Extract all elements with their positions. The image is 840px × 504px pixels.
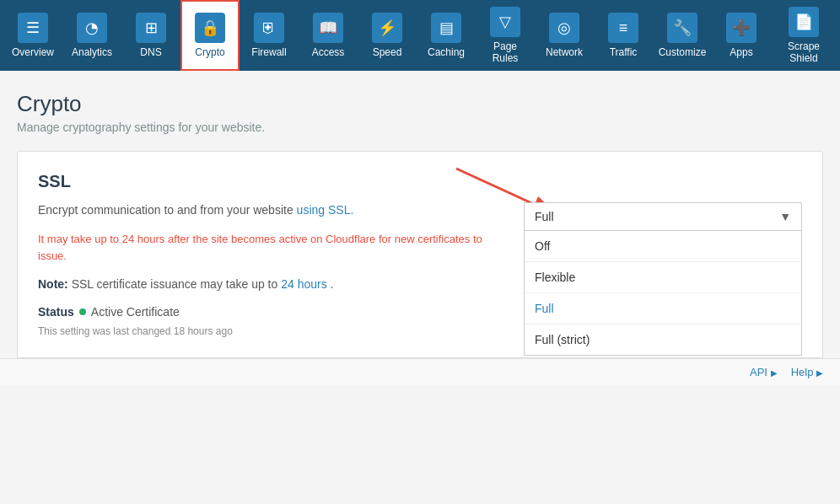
api-link[interactable]: API (750, 366, 778, 378)
nav-item-crypto[interactable]: 🔒 Crypto (180, 0, 240, 71)
nav-item-page-rules[interactable]: ▽ Page Rules (476, 0, 535, 71)
ssl-note-link[interactable]: 24 hours (281, 277, 326, 291)
nav-item-scrape-shield[interactable]: 📄 Scrape Shield (771, 0, 837, 71)
analytics-icon: ◔ (77, 13, 107, 43)
status-label: Status (38, 305, 74, 319)
nav-label-scrape-shield: Scrape Shield (779, 40, 828, 64)
nav-item-speed[interactable]: ⚡ Speed (358, 0, 417, 71)
access-icon: 📖 (313, 13, 343, 43)
status-text: Active Certificate (91, 305, 180, 319)
nav-item-access[interactable]: 📖 Access (299, 0, 358, 71)
page-rules-icon: ▽ (490, 7, 520, 37)
nav-label-firewall: Firewall (251, 46, 286, 58)
nav-label-dns: DNS (140, 46, 161, 58)
nav-label-analytics: Analytics (72, 46, 112, 58)
nav-label-crypto: Crypto (195, 46, 224, 58)
main-content: Crypto Manage cryptography settings for … (0, 71, 840, 358)
ssl-card: SSL Encrypt communication to and from yo… (17, 151, 823, 358)
chevron-down-icon: ▼ (779, 210, 791, 223)
ssl-mode-dropdown[interactable]: Full ▼ Off Flexible Full Full (strict) (524, 202, 802, 356)
customize-icon: 🔧 (667, 13, 697, 43)
overview-icon: ☰ (18, 13, 48, 43)
nav-item-apps[interactable]: ➕ Apps (712, 0, 771, 71)
nav-label-speed: Speed (373, 46, 402, 58)
last-changed-text: This setting was last changed 18 hours a… (38, 325, 487, 337)
dropdown-options-list: Off Flexible Full Full (strict) (524, 231, 802, 356)
selected-option-label: Full (535, 210, 554, 223)
footer-bar: API Help (0, 358, 840, 385)
nav-label-network: Network (546, 46, 583, 58)
nav-label-traffic: Traffic (610, 46, 638, 58)
dns-icon: ⊞ (136, 13, 166, 43)
ssl-description-text: Encrypt communication to and from your w… (38, 203, 293, 217)
nav-item-customize[interactable]: 🔧 Customize (653, 0, 712, 71)
top-navigation: ☰ Overview ◔ Analytics ⊞ DNS 🔒 Crypto ⛨ … (0, 0, 840, 71)
apps-icon: ➕ (726, 13, 757, 43)
ssl-title: SSL (38, 172, 487, 191)
traffic-icon: ≡ (608, 13, 638, 43)
nav-item-overview[interactable]: ☰ Overview (3, 0, 62, 71)
ssl-note-text: SSL certificate issuance may take up to (72, 277, 278, 291)
ssl-note: Note: SSL certificate issuance may take … (38, 276, 487, 293)
crypto-icon: 🔒 (195, 13, 225, 43)
nav-label-caching: Caching (428, 46, 465, 58)
nav-item-analytics[interactable]: ◔ Analytics (62, 0, 121, 71)
nav-item-network[interactable]: ◎ Network (535, 0, 594, 71)
nav-item-dns[interactable]: ⊞ DNS (121, 0, 180, 71)
dropdown-option-off[interactable]: Off (525, 231, 801, 262)
nav-label-page-rules: Page Rules (484, 40, 526, 64)
firewall-icon: ⛨ (254, 13, 284, 43)
dropdown-selected-value[interactable]: Full ▼ (524, 202, 802, 231)
scrape-shield-icon: 📄 (789, 7, 819, 37)
nav-item-firewall[interactable]: ⛨ Firewall (240, 0, 299, 71)
ssl-note-bold: Note: (38, 277, 68, 291)
nav-label-apps: Apps (730, 46, 752, 58)
nav-label-overview: Overview (12, 46, 54, 58)
nav-item-traffic[interactable]: ≡ Traffic (594, 0, 653, 71)
ssl-note-suffix: . (331, 277, 334, 291)
ssl-card-right: Full ▼ Off Flexible Full Full (strict) (507, 152, 819, 357)
page-title: Crypto (17, 91, 823, 117)
help-link[interactable]: Help (791, 366, 823, 378)
page-subtitle: Manage cryptography settings for your we… (17, 121, 823, 134)
nav-label-customize: Customize (659, 46, 707, 58)
dropdown-option-full-strict[interactable]: Full (strict) (525, 324, 801, 355)
ssl-card-left: SSL Encrypt communication to and from yo… (18, 152, 507, 357)
nav-label-access: Access (312, 46, 345, 58)
dropdown-option-full[interactable]: Full (525, 293, 801, 324)
speed-icon: ⚡ (372, 13, 402, 43)
ssl-link[interactable]: using SSL. (297, 203, 354, 217)
caching-icon: ▤ (431, 13, 461, 43)
nav-item-caching[interactable]: ▤ Caching (417, 0, 476, 71)
status-dot (79, 308, 86, 315)
dropdown-option-flexible[interactable]: Flexible (525, 262, 801, 293)
network-icon: ◎ (549, 13, 579, 43)
status-line: Status Active Certificate (38, 305, 487, 319)
ssl-warning: It may take up to 24 hours after the sit… (38, 231, 487, 264)
ssl-description: Encrypt communication to and from your w… (38, 201, 487, 219)
